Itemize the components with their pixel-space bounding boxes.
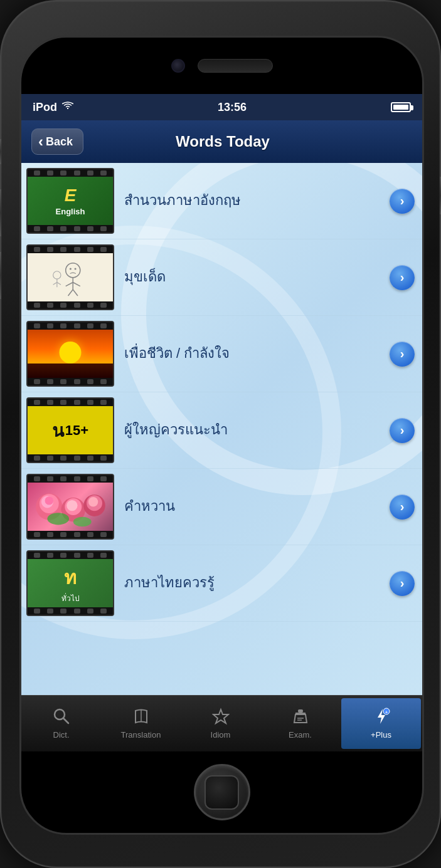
- svg-text:+: +: [385, 710, 387, 714]
- list-item[interactable]: E English สำนวนภาษาอังกฤษ ›: [21, 163, 422, 239]
- chevron-right-icon[interactable]: ›: [390, 494, 415, 520]
- tab-translation-label: Translation: [121, 730, 161, 740]
- tab-idiom-label: Idiom: [211, 730, 231, 740]
- front-camera: [171, 59, 185, 73]
- item-label: เพื่อชีวิต / กำลังใจ: [114, 344, 390, 363]
- status-bar: iPod 13:56: [21, 94, 422, 120]
- item-label: คำหวาน: [114, 497, 390, 516]
- chevron-right-icon[interactable]: ›: [390, 571, 415, 596]
- tab-dict[interactable]: Dict.: [21, 696, 101, 751]
- home-button-inner: [205, 775, 239, 810]
- item-thumbnail-rating: น 15+: [26, 397, 114, 463]
- phone-frame: iPod 13:56 Back: [0, 0, 441, 868]
- mute-button[interactable]: [0, 139, 1, 164]
- svg-line-11: [56, 282, 60, 285]
- chevron-right-icon[interactable]: ›: [390, 342, 415, 367]
- horizon-decoration: [28, 363, 113, 378]
- thai-general-sub: ทั่วไป: [61, 592, 80, 604]
- tab-plus[interactable]: + +Plus: [341, 698, 421, 749]
- device-label: iPod: [33, 101, 57, 114]
- list-item[interactable]: เพื่อชีวิต / กำลังใจ ›: [21, 316, 422, 392]
- svg-point-22: [47, 513, 69, 525]
- item-label: ผู้ใหญ่ควรแนะนำ: [114, 421, 390, 440]
- svg-line-10: [53, 282, 56, 285]
- svg-line-2: [65, 282, 73, 286]
- svg-line-3: [73, 282, 80, 286]
- time-display: 13:56: [218, 101, 247, 114]
- screen: iPod 13:56 Back: [21, 94, 422, 751]
- svg-line-25: [63, 718, 68, 723]
- svg-point-23: [73, 517, 92, 526]
- rating-number: 15+: [65, 422, 88, 439]
- tab-plus-label: +Plus: [371, 730, 391, 740]
- svg-marker-27: [213, 709, 228, 723]
- back-button[interactable]: Back: [31, 128, 83, 155]
- tab-idiom[interactable]: Idiom: [181, 696, 260, 751]
- earpiece-speaker: [198, 59, 273, 73]
- search-icon: [53, 708, 70, 728]
- status-left: iPod: [33, 101, 73, 114]
- svg-line-5: [73, 290, 78, 296]
- svg-point-0: [65, 263, 80, 277]
- home-button[interactable]: [194, 764, 250, 820]
- thai-general-letter: ท: [64, 563, 77, 592]
- svg-line-4: [68, 290, 73, 296]
- english-e-letter: E: [65, 186, 77, 206]
- tab-dict-label: Dict.: [53, 730, 70, 740]
- svg-point-6: [69, 268, 71, 269]
- tab-translation[interactable]: Translation: [101, 696, 181, 751]
- english-label: English: [56, 207, 85, 216]
- svg-rect-28: [298, 709, 303, 713]
- phone-inner-frame: iPod 13:56 Back: [19, 36, 424, 835]
- item-label: มุขเด็ด: [114, 268, 390, 287]
- chevron-right-icon[interactable]: ›: [390, 418, 415, 443]
- chevron-right-icon[interactable]: ›: [390, 265, 415, 290]
- list-item[interactable]: มุขเด็ด ›: [21, 239, 422, 316]
- book-icon: [132, 708, 150, 728]
- item-label: สำนวนภาษาอังกฤษ: [114, 191, 390, 211]
- svg-point-7: [74, 268, 76, 269]
- svg-point-21: [88, 497, 98, 506]
- sun-decoration: [60, 342, 82, 363]
- svg-point-8: [53, 271, 60, 278]
- battery-icon: [391, 102, 411, 112]
- item-thumbnail-english: E English: [26, 168, 114, 234]
- star-icon: [212, 708, 230, 728]
- wifi-icon: [62, 102, 73, 113]
- volume-up-button[interactable]: [0, 189, 1, 236]
- tab-bar: Dict. Translation: [21, 695, 422, 751]
- item-thumbnail-sunset: [26, 321, 114, 387]
- tab-exam[interactable]: Exam.: [260, 696, 340, 751]
- content-area: E English สำนวนภาษาอังกฤษ ›: [21, 163, 422, 695]
- item-thumbnail-thai: ท ทั่วไป: [26, 550, 114, 616]
- list-item[interactable]: ท ทั่วไป ภาษาไทยควรรู้ ›: [21, 545, 422, 622]
- navigation-bar: Back Words Today: [21, 120, 422, 163]
- page-title: Words Today: [83, 133, 412, 150]
- pencil-icon: [292, 708, 309, 728]
- list-item[interactable]: น 15+ ผู้ใหญ่ควรแนะนำ ›: [21, 392, 422, 469]
- tab-exam-label: Exam.: [289, 730, 312, 740]
- item-thumbnail-flowers: [26, 474, 114, 540]
- svg-point-18: [66, 500, 77, 511]
- chevron-right-icon[interactable]: ›: [390, 189, 415, 214]
- volume-down-button[interactable]: [0, 252, 1, 299]
- svg-point-15: [45, 496, 53, 505]
- top-hardware-bar: [21, 38, 422, 94]
- lightning-icon: +: [373, 708, 390, 728]
- rating-thai-letter: น: [52, 417, 64, 444]
- item-thumbnail-cartoon: [26, 244, 114, 310]
- item-label: ภาษาไทยควรรู้: [114, 573, 390, 593]
- list-item[interactable]: คำหวาน ›: [21, 469, 422, 545]
